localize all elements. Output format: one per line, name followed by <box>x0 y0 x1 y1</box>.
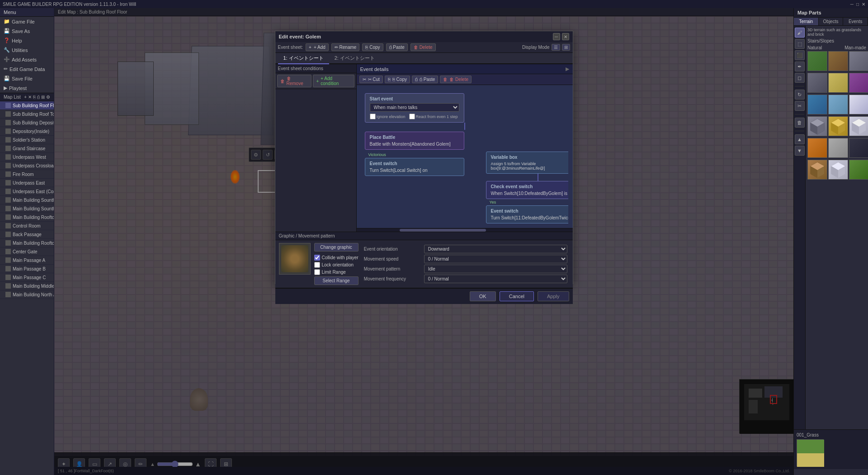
trigger-select[interactable]: When main hero talks <box>370 103 459 112</box>
fill-tool-btn[interactable]: ⬛ <box>795 50 805 60</box>
map-list-item-17[interactable]: Center Gate <box>0 247 54 256</box>
map-list-item-12[interactable]: Main Building Sounth ... <box>0 204 54 213</box>
terrain-tile-cube-white[interactable] <box>849 116 868 136</box>
terrain-tile-dark[interactable] <box>849 138 868 158</box>
map-list-item-5[interactable]: Grand Staircase <box>0 144 54 153</box>
terrain-tile-iceblue[interactable] <box>828 95 848 114</box>
objects-tab[interactable]: Objects <box>819 18 844 25</box>
collide-player-checkbox[interactable] <box>314 255 320 261</box>
terrain-tile-lt[interactable] <box>828 160 848 180</box>
menu-playtest[interactable]: ▶ Playtest <box>0 83 54 93</box>
events-tab[interactable]: Events <box>843 18 868 25</box>
terrain-tile-ltstone[interactable] <box>828 138 848 158</box>
ok-btn[interactable]: OK <box>470 291 496 301</box>
map-paste-icon[interactable]: ⎙ <box>37 95 40 100</box>
map-list-item-2[interactable]: Sub Building Deposito... <box>0 119 54 127</box>
react-from-even-checkbox[interactable]: React from even 1 step <box>409 114 458 119</box>
cut-area-btn[interactable]: ✂ <box>795 101 805 111</box>
map-list-item-15[interactable]: Back Passage <box>0 230 54 239</box>
change-graphic-btn[interactable]: Change graphic <box>314 243 359 252</box>
terrain-tile-cube-gold[interactable] <box>828 116 848 136</box>
terrain-tile-cube-stone[interactable] <box>807 116 827 136</box>
map-list-item-4[interactable]: Soldier's Station <box>0 136 54 144</box>
movement-pattern-select[interactable]: Idle <box>424 265 567 273</box>
terrain-tile-brown[interactable] <box>807 160 827 180</box>
remove-condition-btn[interactable]: 🗑 🗑 Remove <box>277 75 312 87</box>
terrain-tile-grass[interactable] <box>807 51 827 71</box>
tab-event-sheet-2[interactable]: 2: イベントシート <box>329 53 380 64</box>
cancel-btn[interactable]: Cancel <box>500 291 534 301</box>
tab-event-sheet-1[interactable]: 1: イベントシート <box>278 53 329 64</box>
select-tool-btn[interactable]: ⬚ <box>795 39 805 49</box>
map-list-item-11[interactable]: Main Building Sounth ... <box>0 196 54 204</box>
grid-view-btn[interactable]: ⊞ <box>562 44 570 51</box>
map-list-item-21[interactable]: Main Building Middle <box>0 282 54 290</box>
terrain-tile-water[interactable] <box>807 95 827 114</box>
select-range-btn[interactable]: Select Range <box>314 276 359 285</box>
terrain-tile-orange[interactable] <box>807 138 827 158</box>
menu-save-file[interactable]: 💾 Save File <box>0 74 54 83</box>
movement-speed-select[interactable]: 0 / Normal <box>424 255 567 263</box>
menu-utilities[interactable]: 🔧 Utilities <box>0 45 54 55</box>
terrain-tile-grass2[interactable] <box>849 160 868 180</box>
maximize-btn[interactable]: □ <box>856 2 859 7</box>
map-list-item-16[interactable]: Main Building Rooftop <box>0 239 54 247</box>
paste-btn[interactable]: ⎙ Paste <box>386 43 408 51</box>
paste-event-btn[interactable]: ⎙ ⎙ Paste <box>412 76 438 83</box>
add-condition-btn[interactable]: + + Add condition <box>313 75 354 87</box>
terrain-tile-dirt[interactable] <box>828 51 848 71</box>
cut-btn[interactable]: ✂ ✂ Cut <box>359 76 383 83</box>
paint-tool-btn[interactable]: 🖌 <box>795 28 805 38</box>
map-settings-icon[interactable]: ⚙ <box>46 95 50 100</box>
map-list-item-7[interactable]: Underpass Crossload <box>0 162 54 170</box>
event-orientation-select[interactable]: Downward <box>424 245 567 253</box>
lock-orientation-checkbox[interactable] <box>314 262 320 268</box>
map-list-item-14[interactable]: Control Room <box>0 222 54 230</box>
terrain-tab[interactable]: Terrain <box>794 18 819 25</box>
terrain-tile-purple[interactable] <box>849 73 868 93</box>
map-list-item-20[interactable]: Main Passage C <box>0 273 54 282</box>
map-list-item-6[interactable]: Underpass West <box>0 153 54 162</box>
movement-frequency-select[interactable]: 0 / Normal <box>424 275 567 283</box>
limit-range-checkbox[interactable] <box>314 269 320 275</box>
map-list-item-10[interactable]: Underpass East (Com... <box>0 187 54 196</box>
terrain-tile-stone[interactable] <box>849 51 868 71</box>
delete-btn[interactable]: 🗑 Delete <box>410 43 436 51</box>
map-list-item-13[interactable]: Main Building Rooftop <box>0 213 54 222</box>
menu-help[interactable]: ❓ Help <box>0 36 54 45</box>
map-list-item-9[interactable]: Underpass East <box>0 179 54 187</box>
ignore-elevation-checkbox[interactable]: Ignore elevation <box>370 114 406 119</box>
map-list-item-3[interactable]: Depository(Inside) <box>0 127 54 136</box>
eraser-btn[interactable]: ◻ <box>795 73 805 83</box>
copy-btn[interactable]: ⎘ Copy <box>362 43 383 51</box>
terrain-tile-sand[interactable] <box>828 73 848 93</box>
widget-refresh-btn[interactable]: ↺ <box>263 150 273 160</box>
map-expand-icon[interactable]: ⊞ <box>41 95 45 100</box>
map-copy-icon[interactable]: ⎘ <box>33 95 36 100</box>
rename-btn[interactable]: ✏ Rename <box>331 43 360 51</box>
close-btn[interactable]: ✕ <box>862 2 865 7</box>
modal-close-btn[interactable]: ✕ <box>562 33 569 40</box>
map-list-item-22[interactable]: Main Building North /... <box>0 290 54 299</box>
add-sheet-btn[interactable]: + + Add <box>306 43 329 51</box>
terrain-tile-cobble[interactable] <box>807 73 827 93</box>
menu-edit-game-data[interactable]: ✏ Edit Game Data <box>0 64 54 74</box>
eyedropper-btn[interactable]: ✒ <box>795 62 805 71</box>
menu-save-as[interactable]: 💾 Save As <box>0 26 54 36</box>
menu-game-file[interactable]: 📁 Game File <box>0 17 54 26</box>
map-list-item-1[interactable]: Sub Building Roof Top <box>0 110 54 119</box>
rotate-cw-btn[interactable]: ↻ <box>795 90 805 100</box>
map-list-item-19[interactable]: Main Passage B <box>0 265 54 273</box>
minimize-btn[interactable]: ─ <box>850 2 854 7</box>
terrain-tile-white[interactable] <box>849 95 868 114</box>
modal-minimize-btn[interactable]: ─ <box>553 33 560 40</box>
trash-area-btn[interactable]: 🗑 <box>795 118 805 128</box>
map-list-item-8[interactable]: Fire Room <box>0 170 54 179</box>
map-delete-icon[interactable]: ✕ <box>28 95 32 100</box>
apply-btn[interactable]: Apply <box>538 291 569 301</box>
copy-event-btn[interactable]: ⎘ ⎘ Copy <box>385 76 410 83</box>
map-list-item-0[interactable]: Sub Building Roof Flo... <box>0 101 54 110</box>
widget-settings-btn[interactable]: ⚙ <box>251 150 261 160</box>
delete-event-btn[interactable]: 🗑 🗑 Delete <box>440 76 472 83</box>
list-view-btn[interactable]: ☰ <box>552 44 560 51</box>
